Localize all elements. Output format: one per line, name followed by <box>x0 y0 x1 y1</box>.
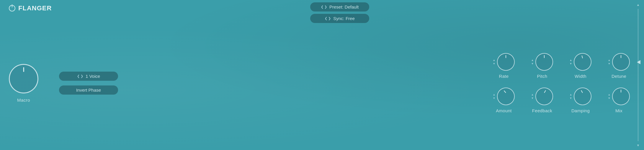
rate-knob-group: ▲ ▼ <box>493 53 515 71</box>
scroll-down-arrow[interactable]: ▼ <box>637 144 640 147</box>
knob-cell-mix: ▲ ▼ Mix <box>603 88 635 113</box>
amount-arrow-down[interactable]: ▼ <box>493 97 496 100</box>
mix-arrow-up[interactable]: ▲ <box>608 93 611 96</box>
feedback-arrow-up[interactable]: ▲ <box>531 93 534 96</box>
feedback-knob[interactable] <box>535 88 553 105</box>
pitch-knob-group: ▲ ▼ <box>531 53 553 71</box>
width-arrow-down[interactable]: ▼ <box>570 62 572 65</box>
feedback-label: Feedback <box>532 108 552 113</box>
macro-knob-indicator <box>23 67 24 72</box>
invert-phase-label: Invert Phase <box>76 88 101 93</box>
knob-cell-detune: ▲ ▼ Detune <box>603 53 635 79</box>
width-knob[interactable] <box>574 53 591 71</box>
detune-knob-group: ▲ ▼ <box>608 53 630 71</box>
damping-knob-group: ▲ ▼ <box>570 88 592 105</box>
feedback-arrow-down[interactable]: ▼ <box>531 97 534 100</box>
mix-knob-group: ▲ ▼ <box>608 88 630 105</box>
knob-grid: ▲ ▼ Rate ▲ ▼ Pitch <box>488 53 635 113</box>
amount-knob[interactable] <box>497 88 515 105</box>
amount-arrow-up[interactable]: ▲ <box>493 93 496 96</box>
damping-label: Damping <box>571 108 590 113</box>
pitch-indicator <box>544 55 545 58</box>
damping-indicator <box>581 90 583 93</box>
detune-arrows: ▲ ▼ <box>608 59 611 65</box>
damping-arrow-down[interactable]: ▼ <box>570 97 572 100</box>
voice-dropdown[interactable]: ❮ ❯ 1 Voice <box>59 72 118 81</box>
rate-arrows: ▲ ▼ <box>493 59 496 65</box>
preset-chevrons: ❮ ❯ <box>321 5 327 9</box>
invert-phase-button[interactable]: Invert Phase <box>59 85 118 95</box>
mix-knob[interactable] <box>612 88 630 105</box>
preset-label: Preset: Default <box>329 4 359 9</box>
macro-section: Macro <box>9 64 38 103</box>
voice-chevrons: ❮ ❯ <box>77 74 83 78</box>
pitch-label: Pitch <box>537 74 547 79</box>
feedback-knob-group: ▲ ▼ <box>531 88 553 105</box>
width-label: Width <box>575 74 586 79</box>
pitch-arrow-down[interactable]: ▼ <box>531 62 534 65</box>
voice-label: 1 Voice <box>86 74 100 79</box>
knob-cell-rate: ▲ ▼ Rate <box>488 53 520 79</box>
detune-arrow-up[interactable]: ▲ <box>608 59 611 62</box>
feedback-arrows: ▲ ▼ <box>531 93 534 100</box>
plugin-name-container: FLANGER <box>9 4 52 12</box>
width-arrows: ▲ ▼ <box>570 59 572 65</box>
amount-arrows: ▲ ▼ <box>493 93 496 100</box>
knob-cell-feedback: ▲ ▼ Feedback <box>526 88 558 113</box>
pitch-arrow-up[interactable]: ▲ <box>531 59 534 62</box>
knob-cell-pitch: ▲ ▼ Pitch <box>526 53 558 79</box>
feedback-indicator <box>544 90 546 93</box>
damping-arrows: ▲ ▼ <box>570 93 572 100</box>
detune-knob[interactable] <box>612 53 630 71</box>
mix-arrow-down[interactable]: ▼ <box>608 97 611 100</box>
width-knob-group: ▲ ▼ <box>570 53 592 71</box>
plugin-name-label: FLANGER <box>18 4 52 12</box>
mix-indicator <box>621 90 621 93</box>
width-arrow-up[interactable]: ▲ <box>570 59 572 62</box>
rate-indicator <box>506 55 506 58</box>
knob-cell-amount: ▲ ▼ Amount <box>488 88 520 113</box>
scroll-up-arrow[interactable]: ▲ <box>637 3 640 6</box>
macro-knob[interactable] <box>9 64 38 93</box>
main-content: Macro ❮ ❯ 1 Voice Invert Phase ▲ ▼ Rate <box>0 16 644 150</box>
preset-dropdown[interactable]: ❮ ❯ Preset: Default <box>310 2 369 11</box>
scroll-track <box>638 9 638 141</box>
damping-arrow-up[interactable]: ▲ <box>570 93 572 96</box>
width-indicator <box>582 55 583 58</box>
mix-arrows: ▲ ▼ <box>608 93 611 100</box>
damping-knob[interactable] <box>574 88 591 105</box>
voice-controls: ❮ ❯ 1 Voice Invert Phase <box>59 72 118 95</box>
macro-label: Macro <box>17 98 30 103</box>
pitch-knob[interactable] <box>535 53 553 71</box>
detune-indicator <box>621 55 621 58</box>
scrollbar: ▲ ▼ <box>635 0 641 150</box>
scroll-position-marker <box>637 60 640 64</box>
amount-label: Amount <box>496 108 512 113</box>
amount-knob-group: ▲ ▼ <box>493 88 515 105</box>
rate-arrow-up[interactable]: ▲ <box>493 59 496 62</box>
knob-cell-width: ▲ ▼ Width <box>564 53 597 79</box>
rate-label: Rate <box>499 74 509 79</box>
rate-arrow-down[interactable]: ▼ <box>493 62 496 65</box>
pitch-arrows: ▲ ▼ <box>531 59 534 65</box>
mix-label: Mix <box>615 108 622 113</box>
power-icon[interactable] <box>9 5 15 11</box>
amount-indicator <box>504 90 506 93</box>
rate-knob[interactable] <box>497 53 515 71</box>
knob-cell-damping: ▲ ▼ Damping <box>564 88 597 113</box>
detune-label: Detune <box>612 74 626 79</box>
detune-arrow-down[interactable]: ▼ <box>608 62 611 65</box>
